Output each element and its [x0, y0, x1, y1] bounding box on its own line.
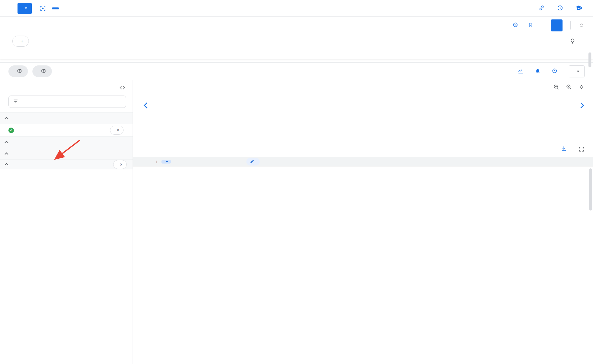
filter-icon	[13, 98, 18, 105]
results-table: ↑	[133, 157, 593, 364]
histogram-next-button[interactable]	[578, 102, 584, 108]
results-table-header: ↑	[133, 157, 593, 166]
correlate-by-chip[interactable]: +	[12, 36, 29, 47]
clear-icon	[513, 22, 518, 28]
collapse-query-icon[interactable]	[578, 22, 585, 28]
section-severity[interactable]	[0, 136, 133, 148]
link-icon	[539, 5, 545, 12]
options-button[interactable]	[18, 3, 32, 14]
main-content: ↑	[133, 80, 593, 364]
query-results-header	[133, 141, 593, 157]
section-remote-ip[interactable]: ×	[0, 160, 133, 169]
more-actions-button[interactable]	[569, 65, 585, 77]
histogram-axis[interactable]	[167, 125, 572, 140]
refine-scope-icon	[40, 5, 46, 12]
download-icon	[561, 146, 567, 153]
collapse-histogram-icon[interactable]	[578, 84, 585, 90]
timezone-chip[interactable]	[161, 160, 171, 164]
zoom-out-icon[interactable]	[553, 84, 559, 90]
fields-search-box[interactable]	[8, 96, 126, 108]
zoom-in-icon[interactable]	[566, 84, 572, 90]
clear-filter-chip[interactable]: ×	[110, 126, 124, 135]
close-icon: ×	[117, 128, 119, 133]
chevron-up-icon	[5, 153, 8, 156]
query-tabs-row	[0, 17, 593, 34]
chevron-down-icon	[577, 71, 579, 72]
run-query-button[interactable]	[551, 19, 563, 31]
log-detail	[133, 166, 593, 364]
share-link-button[interactable]	[539, 5, 547, 12]
edit-summary-chip[interactable]	[246, 158, 260, 165]
fullscreen-icon[interactable]	[578, 146, 585, 152]
refine-scope-button[interactable]	[40, 5, 59, 12]
logs-explorer-app: +	[0, 0, 593, 364]
view-toolbar	[0, 63, 593, 80]
log-fields-chip[interactable]	[8, 65, 28, 77]
chart-icon	[518, 68, 524, 75]
filter-bar: +	[0, 34, 593, 50]
plus-icon: +	[20, 38, 24, 44]
chevron-down-icon	[25, 7, 27, 9]
pencil-icon	[250, 159, 254, 164]
create-alert-button[interactable]	[535, 68, 543, 74]
remove-field-chip[interactable]: ×	[113, 160, 127, 169]
create-metric-button[interactable]	[518, 68, 526, 75]
editor-scrollbar[interactable]	[588, 52, 591, 67]
clock-icon	[552, 68, 557, 74]
check-icon: ✓	[8, 128, 14, 133]
clear-query-button[interactable]	[513, 22, 520, 28]
code-panel-icon[interactable]	[119, 85, 125, 91]
lightbulb-icon	[570, 38, 575, 44]
fields-search-input[interactable]	[22, 99, 122, 105]
school-icon	[575, 5, 582, 12]
top-bar	[0, 0, 593, 17]
field-item-resource[interactable]: ✓ ×	[0, 124, 133, 136]
save-button[interactable]	[528, 22, 535, 28]
histogram-prev-button[interactable]	[144, 102, 149, 108]
eye-icon	[17, 68, 23, 75]
spacer	[0, 59, 593, 63]
project-badge	[52, 7, 59, 9]
chevron-up-icon	[5, 163, 8, 167]
histogram-panel	[133, 80, 593, 141]
col-timestamp[interactable]: ↑	[156, 160, 158, 164]
histogram-chip[interactable]	[32, 65, 52, 77]
results-scrollbar[interactable]	[589, 168, 592, 210]
divider	[570, 21, 571, 29]
log-fields-panel: ✓ ×	[0, 80, 133, 364]
eye-icon	[41, 68, 47, 75]
jump-to-now-button[interactable]	[552, 68, 560, 74]
search-tip	[570, 38, 585, 44]
time-range-button[interactable]	[557, 5, 566, 12]
section-resource-type[interactable]	[0, 112, 133, 124]
section-log-name[interactable]	[0, 148, 133, 160]
download-button[interactable]	[561, 146, 569, 153]
chevron-up-icon	[5, 117, 8, 120]
histogram-plot[interactable]	[167, 90, 572, 121]
query-editor[interactable]	[0, 50, 593, 59]
bookmark-icon	[528, 22, 533, 28]
clock-icon	[557, 5, 563, 12]
learn-button[interactable]	[575, 5, 585, 12]
chevron-down-icon	[166, 161, 168, 163]
chevron-up-icon	[5, 141, 8, 144]
close-icon: ×	[120, 162, 123, 167]
bell-icon	[535, 68, 540, 74]
